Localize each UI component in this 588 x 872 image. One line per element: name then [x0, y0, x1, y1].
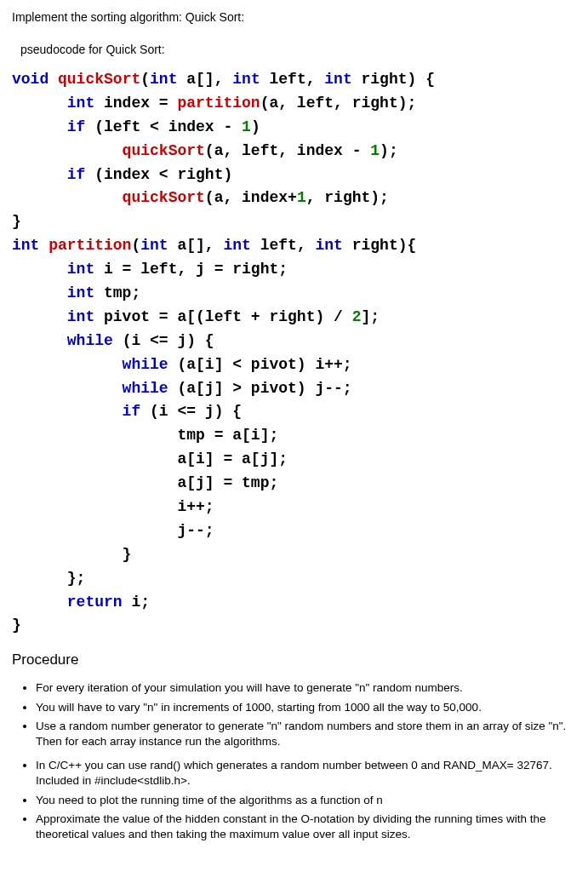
code-text: (a[j] > pivot) j--;: [168, 380, 352, 397]
num-1: 1: [297, 189, 306, 206]
code-text: (i <= j) {: [113, 332, 214, 349]
code-text: a[i] = a[j];: [12, 450, 288, 468]
fn-quicksort: quickSort: [49, 71, 140, 88]
kw-int: int: [150, 71, 177, 88]
code-text: (a, left, right);: [260, 95, 417, 112]
code-text: }: [12, 546, 131, 563]
kw-while: while: [12, 332, 113, 349]
list-item: Approximate the value of the hidden cons…: [36, 812, 576, 842]
kw-if: if: [12, 118, 85, 135]
code-block: void quickSort(int a[], int left, int ri…: [12, 68, 576, 638]
kw-while: while: [12, 380, 168, 397]
code-text: }: [12, 617, 21, 634]
procedure-list: For every iteration of your simulation y…: [36, 680, 576, 842]
code-text: );: [380, 142, 398, 159]
code-text: };: [12, 570, 85, 587]
kw-int: int: [140, 237, 168, 254]
page-title: Implement the sorting algorithm: Quick S…: [12, 10, 576, 24]
list-item: In C/C++ you can use rand() which genera…: [36, 758, 576, 789]
kw-int: int: [12, 284, 94, 301]
kw-int: int: [232, 71, 260, 88]
code-text: , right);: [306, 189, 389, 206]
code-text: (index < right): [85, 166, 232, 183]
num-2: 2: [352, 308, 362, 325]
code-text: }: [12, 213, 21, 230]
kw-int: int: [12, 95, 94, 112]
list-item: Use a random number generator to generat…: [36, 719, 576, 749]
kw-return: return: [12, 594, 123, 611]
list-item: You need to plot the running time of the…: [36, 793, 576, 808]
code-text: a[j] = tmp;: [12, 474, 278, 491]
code-text: right){: [343, 237, 416, 254]
code-text: (a[i] < pivot) i++;: [168, 356, 352, 373]
kw-void: void: [12, 71, 49, 88]
num-1: 1: [370, 142, 380, 159]
code-text: tmp;: [94, 284, 140, 301]
code-text: right) {: [352, 71, 435, 88]
code-text: (a, index+: [205, 189, 297, 206]
code-text: ): [251, 118, 260, 135]
fn-partition: partition: [177, 95, 260, 112]
code-text: a[],: [177, 71, 232, 88]
kw-if: if: [12, 166, 85, 183]
list-item: For every iteration of your simulation y…: [36, 680, 576, 696]
code-text: i;: [123, 594, 150, 611]
code-text: i++;: [12, 498, 214, 515]
code-text: (left < index -: [85, 118, 242, 135]
code-text: a[],: [168, 237, 224, 254]
code-text: tmp = a[i];: [12, 427, 278, 444]
kw-int: int: [12, 308, 94, 325]
code-text: left,: [260, 71, 325, 88]
code-text: (i <= j) {: [140, 403, 242, 420]
code-text: (a, left, index -: [205, 142, 370, 159]
pseudocode-label: pseudocode for Quick Sort:: [20, 43, 576, 56]
kw-int: int: [324, 71, 351, 88]
num-1: 1: [242, 118, 251, 135]
code-text: ];: [361, 308, 380, 325]
code-text: j--;: [12, 522, 214, 539]
kw-int: int: [223, 237, 250, 254]
code-text: pivot = a[(left + right) /: [94, 308, 351, 325]
code-text: i = left, j = right;: [94, 261, 288, 278]
procedure-heading: Procedure: [12, 651, 576, 668]
code-text: (: [131, 237, 140, 254]
list-item: You will have to vary "n" in increments …: [36, 700, 576, 715]
code-text: (: [140, 71, 150, 88]
fn-partition: partition: [39, 237, 131, 254]
kw-int: int: [12, 237, 39, 254]
kw-int: int: [316, 237, 343, 254]
fn-quicksort: quickSort: [12, 189, 205, 206]
fn-quicksort: quickSort: [12, 142, 205, 159]
code-text: left,: [251, 237, 316, 254]
code-text: index =: [94, 95, 177, 112]
kw-while: while: [12, 356, 168, 373]
kw-int: int: [12, 261, 94, 278]
kw-if: if: [12, 403, 140, 420]
